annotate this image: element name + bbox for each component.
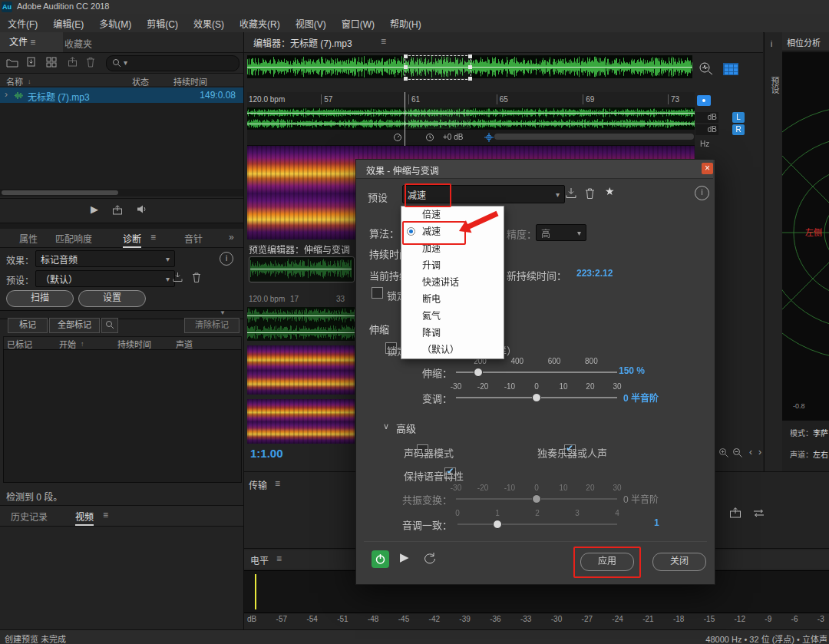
tab-video[interactable]: 视频 — [75, 510, 94, 526]
coherence-slider-track[interactable] — [457, 523, 617, 525]
col-duration2[interactable]: 持续时间 — [117, 338, 151, 350]
tab-match-loudness[interactable]: 匹配响度 — [55, 232, 92, 245]
pitch-slider-handle[interactable] — [532, 393, 541, 402]
scan-button[interactable]: 扫描 — [6, 290, 74, 307]
menu-item[interactable]: 视图(V) — [288, 17, 334, 30]
menu-item[interactable]: 效果(S) — [186, 17, 232, 30]
close-button[interactable]: 关闭 — [652, 553, 706, 571]
tab-properties[interactable]: 属性 — [19, 232, 38, 245]
collapse-icon[interactable]: ▼ — [220, 309, 226, 316]
preset-option[interactable]: 快速讲话 — [401, 274, 504, 291]
zoom-out-icon[interactable] — [732, 447, 743, 458]
scroll-right-icon[interactable] — [758, 447, 761, 457]
phase-scope[interactable]: 左侧 — [782, 52, 829, 421]
tab-files[interactable]: 文件 — [0, 32, 63, 52]
menu-item[interactable]: 多轨(M) — [91, 17, 139, 30]
loop-export-icon[interactable] — [112, 205, 123, 216]
preset-option[interactable]: （默认） — [401, 342, 504, 358]
preset-option[interactable]: 降调 — [401, 325, 504, 342]
preset-option[interactable]: 氦气 — [401, 308, 504, 325]
export-icon[interactable] — [68, 57, 78, 68]
clock-icon[interactable] — [425, 133, 435, 143]
marker-button[interactable]: 标记 — [8, 318, 48, 333]
more-tabs-icon[interactable]: » — [229, 232, 234, 243]
search-input[interactable] — [106, 55, 239, 71]
volume-knob-icon[interactable] — [393, 133, 403, 143]
trash-icon[interactable] — [86, 57, 95, 68]
col-marked[interactable]: 已标记 — [7, 338, 32, 350]
search-scope-caret-icon[interactable] — [124, 57, 127, 68]
effect-select[interactable]: 标记音频 — [35, 250, 175, 267]
menu-item[interactable]: 文件(F) — [0, 17, 45, 30]
preset-option[interactable]: 断电 — [401, 291, 504, 308]
coherence-slider-handle[interactable] — [493, 520, 502, 529]
info-icon[interactable] — [771, 38, 772, 49]
dialog-titlebar[interactable]: 效果 - 伸缩与变调 — [356, 160, 713, 179]
menu-item[interactable]: 剪辑(C) — [139, 17, 186, 30]
info-icon[interactable] — [695, 186, 709, 200]
markers-list[interactable] — [3, 349, 242, 483]
file-row[interactable]: 无标题 (7).mp3 149:0.08 — [0, 88, 243, 103]
swap-arrows-icon[interactable] — [752, 507, 766, 519]
media-browser-icon[interactable] — [46, 57, 57, 68]
preview-play-icon[interactable]: ▶ — [400, 550, 409, 564]
advanced-section-header[interactable]: 高级 — [396, 421, 416, 435]
col-start[interactable]: 开始 — [59, 338, 76, 350]
collapsed-preset-tab[interactable]: 预设 — [768, 77, 781, 94]
scrollbar-thumb[interactable] — [2, 190, 118, 195]
advanced-chevron-icon[interactable] — [383, 421, 389, 431]
tab-history[interactable]: 历史记录 — [11, 510, 48, 523]
menu-item[interactable]: 收藏夹(R) — [232, 17, 288, 30]
phase-channel-row[interactable]: 声道：左右 — [790, 448, 828, 460]
snap-icon[interactable] — [484, 132, 494, 143]
preview-waveform[interactable] — [247, 307, 355, 341]
delete-preset-icon[interactable] — [585, 187, 595, 200]
tab-diagnostics[interactable]: 诊断 — [123, 232, 141, 248]
phase-mode-row[interactable]: 模式：李萨茹 — [790, 427, 828, 438]
panel-menu-icon[interactable] — [275, 478, 280, 489]
export-panel-icon[interactable] — [729, 507, 741, 519]
selection-marquee[interactable] — [405, 55, 471, 80]
save-preset-icon[interactable] — [172, 272, 183, 283]
delete-preset-icon[interactable] — [192, 272, 201, 283]
panel-menu-icon[interactable] — [150, 232, 156, 243]
panel-menu-icon[interactable] — [276, 553, 282, 564]
zoom-in-icon[interactable] — [718, 447, 729, 458]
hud-icon[interactable] — [697, 95, 711, 106]
preview-overview[interactable] — [249, 256, 355, 282]
menu-item[interactable]: 窗口(W) — [334, 17, 382, 30]
expand-chevron-icon[interactable] — [5, 89, 8, 100]
marker-search-button[interactable] — [101, 318, 118, 333]
left-channel-button[interactable]: L — [732, 112, 745, 123]
menu-item[interactable]: 编辑(E) — [45, 17, 91, 30]
spectral-display-icon[interactable] — [723, 63, 738, 75]
timeline-ruler[interactable]: 120.0 bpm 5761656973 — [247, 92, 695, 108]
diag-preset-select[interactable]: （默认） — [35, 270, 175, 287]
scroll-left-icon[interactable] — [749, 447, 752, 457]
col-channel[interactable]: 声道 — [176, 338, 193, 350]
panel-menu-icon[interactable] — [30, 37, 35, 48]
effect-power-toggle[interactable] — [372, 550, 389, 568]
gain-value[interactable]: +0 dB — [443, 133, 463, 141]
zoom-scrollbar[interactable] — [494, 134, 694, 140]
speaker-icon[interactable] — [137, 204, 148, 214]
import-file-icon[interactable] — [26, 57, 37, 68]
precision-select[interactable]: 高 — [536, 224, 586, 241]
dialog-close-icon[interactable] — [702, 163, 713, 174]
stereo-waveform[interactable] — [247, 107, 695, 129]
clear-markers-button[interactable]: 清除标记 — [184, 318, 239, 333]
save-preset-icon[interactable] — [565, 187, 577, 200]
formant-slider-handle[interactable] — [532, 494, 541, 504]
tab-favorites[interactable]: 收藏夹 — [64, 37, 92, 50]
menu-item[interactable]: 帮助(H) — [382, 17, 429, 30]
preset-option[interactable]: 升调 — [401, 257, 504, 274]
loop-icon[interactable] — [422, 552, 438, 566]
favorite-star-icon[interactable] — [605, 185, 615, 197]
panel-menu-icon[interactable] — [381, 36, 386, 47]
info-icon[interactable] — [220, 252, 233, 266]
files-hscrollbar[interactable] — [0, 189, 243, 197]
all-markers-button[interactable]: 全部标记 — [49, 318, 100, 333]
open-folder-icon[interactable] — [6, 58, 18, 68]
lock-duration-checkbox[interactable] — [372, 287, 383, 299]
play-icon[interactable]: ▶ — [91, 203, 98, 215]
